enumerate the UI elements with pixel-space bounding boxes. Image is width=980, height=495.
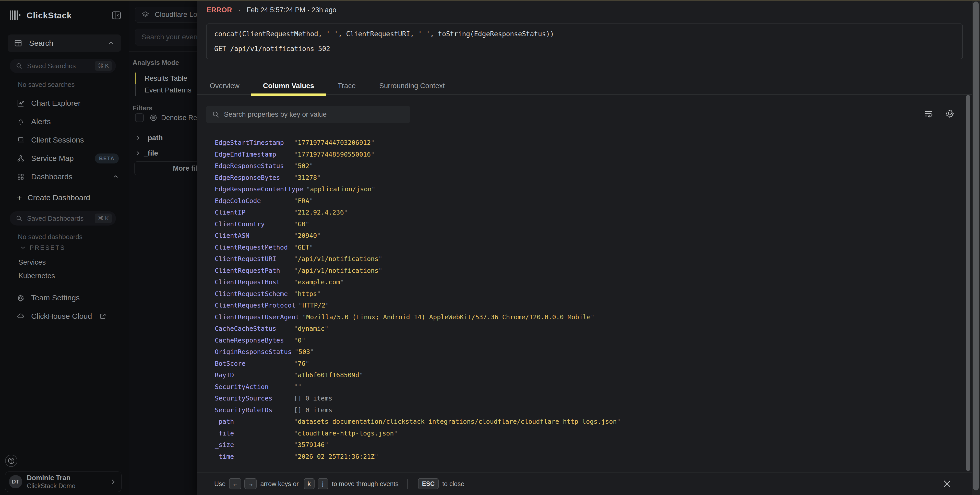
chevron-up-icon xyxy=(108,40,115,46)
property-row[interactable]: ClientRequestMethod"GET" xyxy=(215,244,945,255)
property-row[interactable]: EdgeResponseStatus"502" xyxy=(215,162,945,174)
sidebar-item-alerts[interactable]: Alerts xyxy=(0,112,129,131)
detail-tabs: OverviewColumn ValuesTraceSurrounding Co… xyxy=(198,77,972,94)
sidebar-collapse-icon[interactable] xyxy=(111,10,121,21)
sidebar-item-client-sessions[interactable]: Client Sessions xyxy=(0,131,129,149)
property-value: "1771977448590550016" xyxy=(294,151,375,158)
property-row[interactable]: EdgeEndTimestamp"1771977448590550016" xyxy=(215,151,945,162)
sidebar-item-service-map[interactable]: Service MapBETA xyxy=(0,149,129,167)
denoise-icon xyxy=(150,114,158,122)
tab-trace[interactable]: Trace xyxy=(326,77,368,94)
help-button[interactable] xyxy=(5,455,18,467)
property-key: EdgeStartTimestamp xyxy=(215,139,294,146)
property-row[interactable]: ClientRequestURI"/api/v1/notifications" xyxy=(215,255,945,267)
property-row[interactable]: ClientRequestUserAgent"Mozilla/5.0 (Linu… xyxy=(215,314,945,325)
property-value: "application/json" xyxy=(306,185,375,193)
preset-item-services[interactable]: Services xyxy=(18,255,55,269)
page-scrollbar-thumb[interactable] xyxy=(973,2,979,490)
sidebar-item-clickhouse-cloud[interactable]: ClickHouse Cloud xyxy=(0,307,129,325)
sidebar-item-team-settings[interactable]: Team Settings xyxy=(0,289,129,307)
property-row[interactable]: _size"3579146" xyxy=(215,441,945,453)
property-row[interactable]: RayID"a1b6f601f168509d" xyxy=(215,371,945,383)
filter-field-rows: _path_file xyxy=(135,130,163,161)
property-row[interactable]: EdgeStartTimestamp"1771977444703206912" xyxy=(215,139,945,151)
property-key: _path xyxy=(215,418,294,425)
footer-arrows-text: arrow keys or xyxy=(260,480,299,488)
presets-label: PRESETS xyxy=(30,244,65,251)
sidebar-item-search[interactable]: Search xyxy=(8,35,121,52)
property-row[interactable]: CacheResponseBytes"0" xyxy=(215,337,945,349)
property-row[interactable]: EdgeResponseContentType"application/json… xyxy=(215,185,945,197)
presets-toggle[interactable]: PRESETS xyxy=(20,244,65,251)
property-key: CacheCacheStatus xyxy=(215,325,294,332)
denoise-checkbox[interactable] xyxy=(135,113,144,122)
saved-searches-placeholder: Saved Searches xyxy=(27,62,95,70)
property-row[interactable]: ClientRequestProtocol"HTTP/2" xyxy=(215,302,945,314)
property-row[interactable]: _file"cloudflare-http-logs.json" xyxy=(215,430,945,441)
wrap-text-icon[interactable] xyxy=(923,108,934,118)
property-row[interactable]: ClientASN"20940" xyxy=(215,232,945,244)
sidebar-item-label: Chart Explorer xyxy=(31,99,80,108)
analysis-mode-results-table[interactable]: Results Table xyxy=(135,73,191,84)
property-row[interactable]: CacheCacheStatus"dynamic" xyxy=(215,325,945,337)
close-button[interactable] xyxy=(942,478,953,489)
denoise-filter-row[interactable]: Denoise Resu xyxy=(135,113,205,122)
sidebar-item-dashboards[interactable]: Dashboards xyxy=(0,167,129,186)
property-row[interactable]: _time"2026-02-25T21:36:21Z" xyxy=(215,453,945,465)
tab-overview[interactable]: Overview xyxy=(198,77,251,94)
chevron-right-icon xyxy=(135,135,141,141)
property-row[interactable]: EdgeColoCode"FRA" xyxy=(215,197,945,209)
property-key: _time xyxy=(215,453,294,460)
external-link-icon xyxy=(100,313,106,320)
property-row[interactable]: SecuritySources[] 0 items xyxy=(215,395,945,406)
gear-icon[interactable] xyxy=(945,108,955,118)
user-name: Dominic Tran xyxy=(27,474,75,482)
analysis-mode-event-patterns[interactable]: Event Patterns xyxy=(135,84,191,96)
filter-field-_file[interactable]: _file xyxy=(135,146,163,161)
query-result: GET /api/v1/notifications 502 xyxy=(214,45,955,53)
create-dashboard-button[interactable]: + Create Dashboard xyxy=(17,191,90,204)
property-row[interactable]: ClientRequestHost"example.com" xyxy=(215,279,945,290)
property-row[interactable]: ClientRequestPath"/api/v1/notifications" xyxy=(215,267,945,279)
separator-dot: · xyxy=(238,6,240,14)
property-key: ClientRequestProtocol xyxy=(215,302,299,309)
property-row[interactable]: EdgeResponseBytes"31278" xyxy=(215,174,945,186)
property-key: ClientRequestMethod xyxy=(215,244,294,251)
tab-surrounding-context[interactable]: Surrounding Context xyxy=(368,77,457,94)
property-row[interactable]: BotScore"76" xyxy=(215,360,945,372)
property-row[interactable]: ClientRequestScheme"https" xyxy=(215,290,945,302)
property-value: "GB" xyxy=(294,220,309,228)
property-key: _size xyxy=(215,441,294,449)
property-key: BotScore xyxy=(215,360,294,367)
content-scrollbar[interactable] xyxy=(966,95,970,471)
property-value: "503" xyxy=(295,348,314,355)
property-value: "dynamic" xyxy=(294,325,328,332)
event-header: ERROR · Feb 24 5:57:24 PM · 23h ago xyxy=(207,6,336,14)
property-row[interactable]: ClientCountry"GB" xyxy=(215,220,945,232)
property-value: "FRA" xyxy=(294,197,313,205)
arrow-right-key: → xyxy=(244,478,257,489)
saved-dashboards-input[interactable]: Saved Dashboards ⌘ K xyxy=(10,211,116,226)
property-value: "502" xyxy=(294,162,313,170)
window-top-strip xyxy=(0,0,980,1)
saved-searches-input[interactable]: Saved Searches ⌘ K xyxy=(10,59,116,73)
property-row[interactable]: SecurityAction"" xyxy=(215,383,945,395)
tab-column-values[interactable]: Column Values xyxy=(251,77,326,94)
property-value: "GET" xyxy=(294,244,313,251)
search-icon xyxy=(16,215,22,222)
sidebar-item-chart-explorer[interactable]: Chart Explorer xyxy=(0,94,129,112)
property-row[interactable]: OriginResponseStatus"503" xyxy=(215,348,945,360)
preset-item-kubernetes[interactable]: Kubernetes xyxy=(18,269,55,282)
user-card[interactable]: DT Dominic Tran ClickStack Demo xyxy=(5,471,121,492)
filter-field-_path[interactable]: _path xyxy=(135,130,163,146)
property-key: SecurityRuleIDs xyxy=(215,406,294,414)
properties-search-input[interactable]: Search properties by key or value xyxy=(206,106,410,123)
property-row[interactable]: _path"datasets-documentation/clickstack-… xyxy=(215,418,945,430)
property-key: EdgeResponseContentType xyxy=(215,185,306,193)
page-scrollbar-track[interactable] xyxy=(972,0,980,495)
property-value: "example.com" xyxy=(294,279,344,286)
property-row[interactable]: ClientIP"212.92.4.236" xyxy=(215,209,945,220)
cloud-icon xyxy=(17,312,24,320)
property-row[interactable]: SecurityRuleIDs[] 0 items xyxy=(215,406,945,418)
search-icon xyxy=(212,111,220,118)
